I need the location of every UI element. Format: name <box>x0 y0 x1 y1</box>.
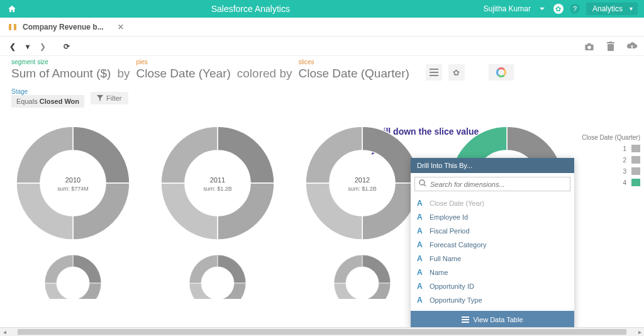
svg-point-1 <box>587 46 591 49</box>
dimension-type-icon: A <box>417 296 425 305</box>
filter-value: Equals Closed Won <box>11 95 84 108</box>
filter-field-label: Stage <box>11 88 84 95</box>
legend-item[interactable]: 1 <box>577 145 640 152</box>
drill-item[interactable]: AForecast Category <box>414 238 570 252</box>
svg-rect-8 <box>430 75 438 76</box>
view-data-table-button[interactable]: View Data Table <box>411 311 574 328</box>
settings-button[interactable]: ✿ <box>448 64 465 81</box>
lens-icon <box>9 24 19 30</box>
query-breadcrumb: segment size Sum of Amount ($) by pies C… <box>0 56 644 86</box>
cloud-upload-icon[interactable] <box>626 41 638 52</box>
donut-2010[interactable]: 2010sum: $774M <box>16 126 130 242</box>
scroll-left-arrow[interactable]: ◂ <box>0 327 9 336</box>
svg-rect-13 <box>462 322 469 323</box>
svg-line-10 <box>424 184 426 186</box>
svg-rect-7 <box>430 72 438 73</box>
trash-icon[interactable] <box>605 41 616 52</box>
tab-label: Company Revenue b... <box>23 23 104 31</box>
table-view-button[interactable] <box>426 64 442 81</box>
filter-button[interactable]: Filter <box>91 92 128 104</box>
svg-rect-6 <box>430 69 438 70</box>
drill-item-label: Forecast Category <box>430 241 486 249</box>
color-wheel-button[interactable] <box>489 64 514 81</box>
legend-swatch <box>631 167 640 175</box>
close-icon[interactable]: ✕ <box>118 23 124 31</box>
dimension-type-icon: A <box>417 282 425 291</box>
drill-item-label: Name <box>430 269 448 276</box>
colored-by-connector: colored by <box>237 67 292 81</box>
chevron-down-icon[interactable]: ▾ <box>21 40 34 53</box>
drill-item[interactable]: AName <box>414 266 570 279</box>
donut-partial[interactable] <box>161 255 274 299</box>
search-icon <box>419 179 426 189</box>
color-ring-icon <box>496 67 506 77</box>
dimension-type-icon: A <box>417 227 425 235</box>
toolbar: ❮ ▾ ❯ ⟳ <box>0 36 644 56</box>
segment-size-label: segment size <box>11 59 111 65</box>
donut-2011[interactable]: 2011sum: $1.2B <box>161 126 274 242</box>
legend-swatch <box>631 179 640 186</box>
dimension-type-icon: A <box>417 199 425 208</box>
tab-lens[interactable]: Company Revenue b... ✕ <box>4 23 129 31</box>
filter-button-label: Filter <box>106 94 121 102</box>
help-icon[interactable]: ? <box>570 4 580 14</box>
scroll-right-arrow[interactable]: ▸ <box>635 327 644 336</box>
app-title: Salesforce Analytics <box>18 4 484 14</box>
by-connector: by <box>117 67 130 81</box>
drill-item[interactable]: AFull Name <box>414 252 570 266</box>
legend-item[interactable]: 3 <box>577 167 640 175</box>
drill-item-label: Employee Id <box>430 213 468 221</box>
legend: Close Date (Quarter) 1 2 3 4 <box>577 134 640 190</box>
legend-item[interactable]: 2 <box>577 156 640 164</box>
drill-popup: Drill Into This By... AClose Date (Week)… <box>411 158 574 328</box>
legend-title: Close Date (Quarter) <box>577 134 640 141</box>
dimension-type-icon: A <box>417 213 425 221</box>
dimension-type-icon: A <box>417 254 425 263</box>
legend-swatch <box>631 156 640 164</box>
drill-search[interactable] <box>414 177 570 191</box>
horizontal-scrollbar[interactable]: ◂ ▸ <box>0 327 644 336</box>
legend-item[interactable]: 4 <box>577 179 640 186</box>
scroll-thumb[interactable] <box>18 329 626 335</box>
drill-search-input[interactable] <box>430 181 566 188</box>
drill-item[interactable]: AClose Date (Year) <box>414 196 570 210</box>
drill-dimension-list: AClose Date (Week)AClose Date (Year)AEmp… <box>414 194 570 307</box>
slices-value[interactable]: Close Date (Quarter) <box>298 67 409 81</box>
drill-item[interactable]: AOpportunity ID <box>414 279 570 293</box>
home-icon[interactable] <box>6 3 18 14</box>
drill-item-label: Opportunity ID <box>430 283 474 290</box>
svg-rect-12 <box>462 319 469 320</box>
drill-item-label: Close Date (Year) <box>430 199 484 207</box>
donut-2012[interactable]: 2012sum: $1.2B <box>306 126 419 242</box>
user-name: Sujitha Kumar <box>484 4 531 13</box>
drill-item-label: Opportunity Type <box>430 296 482 304</box>
dimension-type-icon: A <box>417 240 425 249</box>
scroll-track[interactable] <box>9 327 635 336</box>
svg-rect-5 <box>609 42 612 42</box>
segment-size-value[interactable]: Sum of Amount ($) <box>11 67 111 81</box>
user-chevron-icon[interactable] <box>537 4 547 14</box>
drill-item-label: Full Name <box>430 255 461 262</box>
forward-button[interactable]: ❯ <box>36 40 49 53</box>
drill-item[interactable]: AEmployee Id <box>414 210 570 224</box>
legend-swatch <box>631 145 640 152</box>
donut-partial[interactable] <box>16 255 130 299</box>
app-selector-label: Analytics <box>592 4 623 13</box>
slices-label: slices <box>298 59 409 65</box>
svg-rect-11 <box>462 316 469 318</box>
gear-icon[interactable]: ✿ <box>553 4 564 14</box>
pies-value[interactable]: Close Date (Year) <box>136 67 230 81</box>
donut-partial[interactable] <box>306 255 419 299</box>
pies-label: pies <box>136 59 230 65</box>
drill-item-label: Fiscal Period <box>430 227 470 235</box>
filter-chip-stage[interactable]: Stage Equals Closed Won <box>11 88 84 108</box>
app-selector[interactable]: Analytics ▾ <box>586 3 638 15</box>
drill-item[interactable]: AOpportunity Type <box>414 293 570 307</box>
camera-icon[interactable] <box>584 41 595 52</box>
drill-item[interactable]: AFiscal Period <box>414 224 570 238</box>
back-button[interactable]: ❮ <box>6 40 19 53</box>
svg-rect-3 <box>608 44 614 51</box>
refresh-button[interactable]: ⟳ <box>60 40 73 53</box>
app-header: Salesforce Analytics Sujitha Kumar ✿ ? A… <box>0 0 644 18</box>
drill-popup-title: Drill Into This By... <box>411 158 574 173</box>
